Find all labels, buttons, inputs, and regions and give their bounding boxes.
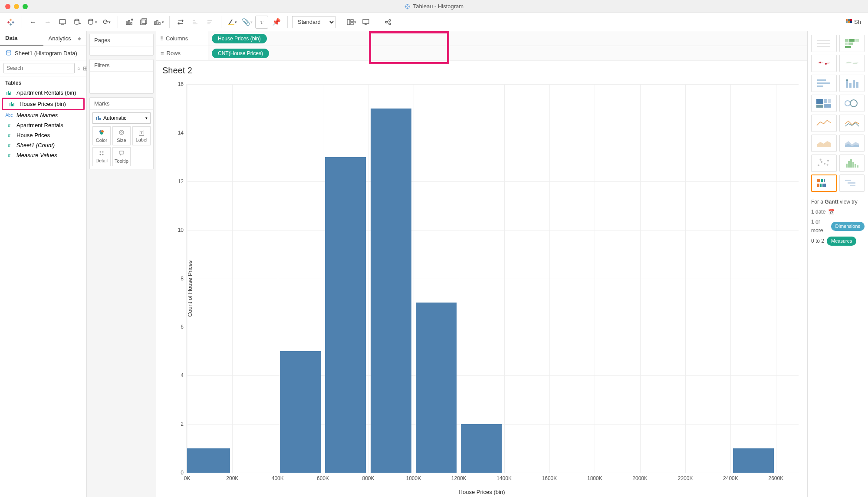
y-tick: 8	[181, 276, 187, 282]
y-tick: 10	[178, 227, 187, 233]
x-tick: 2000K	[632, 473, 648, 481]
field-sheet1-count-[interactable]: #Sheet1 (Count)	[0, 140, 86, 150]
svg-rect-50	[848, 19, 850, 21]
showme-side-by-side[interactable]	[811, 174, 837, 192]
field-house-prices[interactable]: #House Prices	[0, 130, 86, 140]
marks-type-select[interactable]: Automatic ▾	[92, 112, 151, 124]
showme-area-continuous[interactable]	[811, 135, 837, 152]
field-type-icon: #	[5, 153, 13, 158]
refresh-button[interactable]: ⟳▾	[100, 16, 113, 29]
fit-select[interactable]: Standard	[292, 16, 335, 28]
columns-icon: ⦙⦙⦙	[161, 35, 163, 42]
pin-button[interactable]: 📌	[270, 16, 283, 29]
showme-gantt[interactable]	[839, 174, 865, 192]
columns-label: Columns	[166, 35, 188, 42]
marks-color[interactable]: Color	[92, 126, 111, 145]
y-tick: 12	[178, 178, 187, 184]
x-tick: 600K	[317, 473, 329, 481]
x-tick: 1400K	[496, 473, 512, 481]
sort-desc-button[interactable]	[204, 16, 217, 29]
group-button[interactable]: 📎▾	[240, 16, 253, 29]
new-datasource-button[interactable]	[71, 16, 84, 29]
datasource-item[interactable]: Sheet1 (Histogram Data)	[0, 46, 86, 60]
showme-horizontal-bar[interactable]	[811, 75, 837, 92]
share-button[interactable]	[381, 16, 395, 29]
showme-line-discrete[interactable]	[839, 115, 865, 132]
svg-rect-65	[98, 116, 99, 120]
max-window-dot[interactable]	[23, 4, 28, 9]
filters-title: Filters	[90, 59, 153, 72]
field-measure-names[interactable]: AbcMeasure Names	[0, 110, 86, 120]
field-label: Measure Values	[16, 152, 57, 158]
showme-histogram[interactable]	[839, 155, 865, 172]
bar-1000K[interactable]	[416, 303, 457, 473]
bar-1200K[interactable]	[461, 424, 502, 473]
marks-size[interactable]: Size	[112, 126, 131, 145]
showme-line-continuous[interactable]	[811, 115, 837, 132]
marks-tooltip[interactable]: Tooltip	[112, 147, 131, 166]
field-label: Measure Names	[16, 112, 58, 118]
save-button[interactable]	[56, 16, 69, 29]
new-worksheet-button[interactable]: ▾	[85, 16, 99, 29]
pages-title: Pages	[90, 34, 153, 46]
field-apartment-rentals[interactable]: #Apartment Rentals	[0, 120, 86, 130]
showme-circle-views[interactable]	[839, 95, 865, 112]
showme-area-discrete[interactable]	[839, 135, 865, 152]
swap-button[interactable]	[174, 16, 187, 29]
showme-scatter[interactable]: ++	[811, 155, 837, 172]
bar-400K[interactable]	[280, 351, 321, 473]
field-apartment-rentals-bin-[interactable]: Apartment Rentals (bin)	[0, 88, 86, 98]
rows-pill[interactable]: CNT(House Prices)	[212, 49, 269, 58]
bar-2400K[interactable]	[733, 448, 774, 473]
forward-button[interactable]: →	[41, 16, 54, 29]
sheet-title[interactable]: Sheet 2	[156, 61, 807, 80]
showme-map-symbol[interactable]	[811, 55, 837, 72]
field-house-prices-bin-[interactable]: House Prices (bin)	[2, 98, 85, 110]
rows-shelf[interactable]: ≡Rows CNT(House Prices)	[156, 46, 807, 61]
svg-rect-112	[852, 162, 854, 168]
tab-analytics[interactable]: Analytics◆	[43, 31, 87, 46]
tab-data[interactable]: Data	[0, 31, 43, 46]
field-measure-values[interactable]: #Measure Values	[0, 150, 86, 160]
presentation-button[interactable]	[359, 16, 372, 29]
tableau-logo-button[interactable]	[4, 16, 17, 29]
svg-rect-85	[845, 46, 851, 48]
sort-asc-button[interactable]	[189, 16, 202, 29]
svg-rect-122	[848, 182, 855, 184]
showme-text-table[interactable]	[811, 35, 837, 52]
svg-point-86	[819, 62, 821, 63]
bar-undefined[interactable]	[187, 448, 228, 473]
showme-map-filled[interactable]	[839, 55, 865, 72]
svg-rect-91	[846, 81, 848, 88]
duplicate-sheet-icon[interactable]	[137, 16, 150, 29]
new-sheet-icon[interactable]: +	[122, 16, 135, 29]
traffic-lights	[5, 4, 28, 9]
columns-shelf[interactable]: ⦙⦙⦙Columns House Prices (bin)	[156, 31, 807, 46]
marks-detail[interactable]: Detail	[92, 147, 111, 166]
svg-rect-49	[846, 19, 848, 21]
show-me-button[interactable]: Sh	[843, 16, 864, 29]
svg-rect-39	[351, 20, 353, 22]
bar-600K[interactable]	[325, 157, 366, 473]
close-window-dot[interactable]	[5, 4, 10, 9]
plot[interactable]: 02468101214160K200K400K600K800K1000K1200…	[187, 84, 799, 473]
highlight-button[interactable]: ▾	[226, 16, 239, 29]
pages-card[interactable]: Pages	[89, 34, 154, 56]
back-button[interactable]: ←	[26, 16, 39, 29]
showme-treemap[interactable]	[811, 95, 837, 112]
show-cards-button[interactable]: ▾	[345, 16, 358, 29]
marks-label[interactable]: TLabel	[132, 126, 151, 145]
columns-pill[interactable]: House Prices (bin)	[212, 34, 267, 43]
min-window-dot[interactable]	[14, 4, 19, 9]
svg-rect-95	[856, 82, 858, 88]
show-labels-button[interactable]: T	[255, 16, 268, 29]
chart-area[interactable]: Count of House Prices House Prices (bin)…	[156, 80, 807, 497]
showme-stacked-bar[interactable]	[839, 75, 865, 92]
bar-800K[interactable]	[371, 109, 411, 473]
clear-sheet-icon[interactable]: ▾	[152, 16, 165, 29]
showme-heat-map[interactable]	[839, 35, 865, 52]
filters-card[interactable]: Filters	[89, 59, 154, 94]
data-pane: Data Analytics◆ Sheet1 (Histogram Data) …	[0, 31, 87, 497]
search-input[interactable]	[3, 63, 75, 73]
y-tick: 14	[178, 130, 187, 136]
